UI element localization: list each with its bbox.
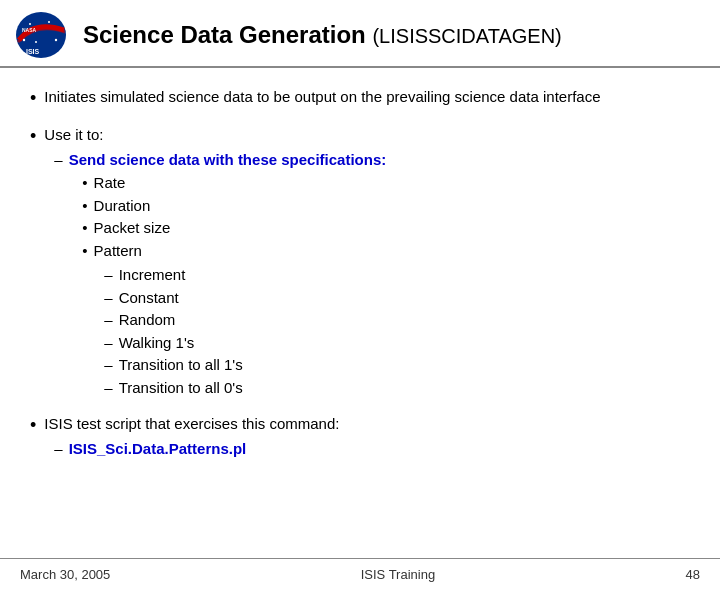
spec-rate-label: Rate xyxy=(94,172,126,195)
script-link: ISIS_Sci.Data.Patterns.pl xyxy=(69,438,247,459)
dash-1: – xyxy=(54,149,62,170)
pattern-constant-label: Constant xyxy=(119,287,179,310)
spec-pattern: • Pattern xyxy=(82,240,386,263)
bullet-dot-1: • xyxy=(30,87,36,110)
slide: NASA ISIS Science Data Generation (LISIS… xyxy=(0,0,720,590)
title-text: Science Data Generation xyxy=(83,21,366,48)
svg-point-5 xyxy=(48,21,50,23)
pattern-transition1s: – Transition to all 1's xyxy=(104,354,386,377)
script-dash: – xyxy=(54,438,62,459)
script-list: – ISIS_Sci.Data.Patterns.pl xyxy=(54,438,339,459)
bullet-2-content: Use it to: – Send science data with thes… xyxy=(44,124,386,399)
bullet-3-content: ISIS test script that exercises this com… xyxy=(44,413,339,459)
footer: March 30, 2005 ISIS Training 48 xyxy=(0,558,720,590)
svg-text:NASA: NASA xyxy=(22,27,37,33)
bullet-2: • Use it to: – Send science data with th… xyxy=(30,124,690,399)
pattern-transition1s-label: Transition to all 1's xyxy=(119,354,243,377)
logo-icon: NASA ISIS xyxy=(14,10,69,60)
pattern-list: – Increment – Constant – Random – xyxy=(104,264,386,399)
spec-dot-2: • xyxy=(82,195,87,218)
pattern-dash-1: – xyxy=(104,264,112,287)
pattern-random: – Random xyxy=(104,309,386,332)
pattern-increment-label: Increment xyxy=(119,264,186,287)
pattern-increment: – Increment xyxy=(104,264,386,287)
sub-list-1: – Send science data with these specifica… xyxy=(54,149,386,399)
script-dash-item: – ISIS_Sci.Data.Patterns.pl xyxy=(54,438,339,459)
title-subtitle: (LISISSCIDATAGEN) xyxy=(372,25,561,47)
footer-page: 48 xyxy=(686,567,700,582)
svg-text:ISIS: ISIS xyxy=(26,48,40,55)
pattern-dash-5: – xyxy=(104,354,112,377)
spec-list: • Rate • Duration • Packet size • xyxy=(82,172,386,262)
svg-point-6 xyxy=(55,39,57,41)
pattern-transition0s-label: Transition to all 0's xyxy=(119,377,243,400)
pattern-dash-4: – xyxy=(104,332,112,355)
spec-dot-4: • xyxy=(82,240,87,263)
pattern-dash-3: – xyxy=(104,309,112,332)
pattern-constant: – Constant xyxy=(104,287,386,310)
pattern-dash-2: – xyxy=(104,287,112,310)
spec-rate: • Rate xyxy=(82,172,386,195)
spec-duration-label: Duration xyxy=(94,195,151,218)
pattern-random-label: Random xyxy=(119,309,176,332)
content-area: • Initiates simulated science data to be… xyxy=(0,68,720,558)
pattern-walking1s-label: Walking 1's xyxy=(119,332,195,355)
footer-center: ISIS Training xyxy=(361,567,435,582)
dash-1-label: Send science data with these specificati… xyxy=(69,149,387,170)
bullet-dot-2: • xyxy=(30,125,36,148)
bullet-1: • Initiates simulated science data to be… xyxy=(30,86,690,110)
svg-point-3 xyxy=(29,23,31,25)
bullet-dot-3: • xyxy=(30,414,36,437)
bullet-1-text: Initiates simulated science data to be o… xyxy=(44,86,600,107)
slide-title: Science Data Generation (LISISSCIDATAGEN… xyxy=(83,21,562,49)
pattern-dash-6: – xyxy=(104,377,112,400)
spec-packetsize-label: Packet size xyxy=(94,217,171,240)
spec-dot-3: • xyxy=(82,217,87,240)
spec-dot-1: • xyxy=(82,172,87,195)
pattern-transition0s: – Transition to all 0's xyxy=(104,377,386,400)
svg-point-2 xyxy=(23,39,25,41)
pattern-walking1s: – Walking 1's xyxy=(104,332,386,355)
spec-pattern-label: Pattern xyxy=(94,240,142,263)
svg-point-4 xyxy=(35,41,37,43)
title-block: Science Data Generation (LISISSCIDATAGEN… xyxy=(83,21,562,49)
bullet-3-intro: ISIS test script that exercises this com… xyxy=(44,415,339,432)
footer-date: March 30, 2005 xyxy=(20,567,110,582)
spec-duration: • Duration xyxy=(82,195,386,218)
header: NASA ISIS Science Data Generation (LISIS… xyxy=(0,0,720,68)
bullet-2-intro: Use it to: xyxy=(44,126,103,143)
spec-packetsize: • Packet size xyxy=(82,217,386,240)
bullet-3: • ISIS test script that exercises this c… xyxy=(30,413,690,459)
dash-item-1: – Send science data with these specifica… xyxy=(54,149,386,170)
